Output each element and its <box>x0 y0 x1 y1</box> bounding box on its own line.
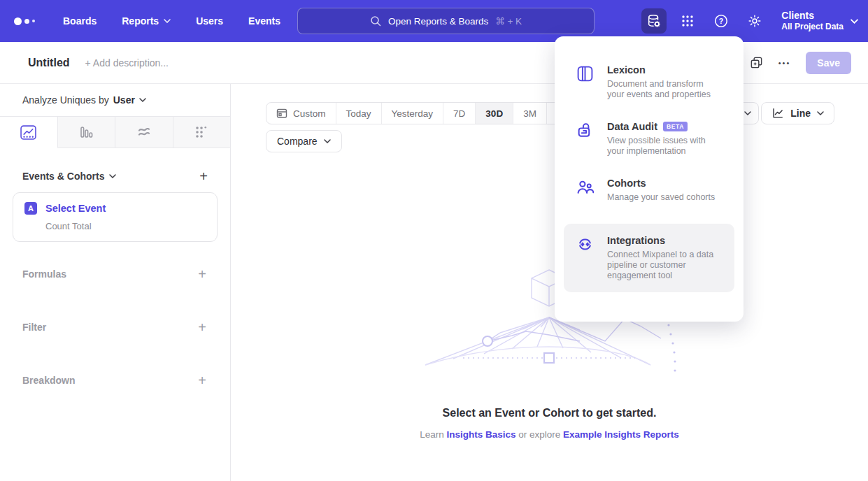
line-chart-icon <box>20 125 36 140</box>
report-actions: ••• Save <box>750 52 851 74</box>
menu-item-title: Lexicon <box>607 64 646 76</box>
learn-prefix: Learn <box>420 429 444 440</box>
formulas-section[interactable]: Formulas + <box>0 267 230 281</box>
project-switcher[interactable]: Clients All Project Data <box>781 10 858 32</box>
chevron-down-icon <box>139 98 146 102</box>
chart-style-dropdown[interactable]: Line <box>761 102 834 124</box>
audit-lock-icon <box>576 121 595 157</box>
date-range-30d[interactable]: 30D <box>475 103 513 124</box>
query-builder-sidebar: Analyze Uniques by User <box>0 84 231 481</box>
report-content: Custom Today Yesterday 7D 30D 3M 6M Comp… <box>231 84 868 481</box>
flow-chart-icon <box>137 125 151 139</box>
chevron-down-icon <box>851 19 858 24</box>
compare-dropdown[interactable]: Compare <box>266 130 342 152</box>
analyze-row: Analyze Uniques by User <box>0 84 230 116</box>
bar-chart-icon <box>79 125 93 139</box>
gear-icon <box>747 13 762 29</box>
chevron-down-icon <box>744 111 751 115</box>
add-filter-button[interactable]: + <box>198 320 206 334</box>
duplicate-icon <box>750 56 763 69</box>
nav-users[interactable]: Users <box>196 15 223 27</box>
analyze-value: User <box>113 94 135 106</box>
grid-dots-icon <box>681 14 695 28</box>
duplicate-button[interactable] <box>750 56 763 69</box>
date-range-7d[interactable]: 7D <box>443 103 475 124</box>
save-button[interactable]: Save <box>806 52 851 74</box>
search-icon <box>370 15 381 27</box>
nav-boards[interactable]: Boards <box>63 15 97 27</box>
sync-icon <box>576 235 595 281</box>
formulas-label: Formulas <box>22 268 66 280</box>
scatter-chart-icon <box>194 125 208 139</box>
data-management-button[interactable] <box>641 8 667 34</box>
breakdown-section[interactable]: Breakdown + <box>0 373 230 387</box>
events-cohorts-label[interactable]: Events & Cohorts <box>22 171 104 182</box>
menu-item-lexicon[interactable]: Lexicon Document and transform your even… <box>564 64 734 100</box>
apps-grid-button[interactable] <box>675 8 700 34</box>
report-title[interactable]: Untitled <box>28 57 70 69</box>
analyze-by-dropdown[interactable]: User <box>113 94 146 106</box>
menu-item-text: Integrations Connect Mixpanel to a data … <box>607 235 722 281</box>
primary-nav: Boards Reports Users Events <box>63 15 280 27</box>
select-event-label[interactable]: Select Event <box>45 203 106 214</box>
date-range-yesterday[interactable]: Yesterday <box>381 103 443 124</box>
more-menu-button[interactable]: ••• <box>778 59 791 67</box>
beta-badge: BETA <box>663 122 688 131</box>
example-reports-link[interactable]: Example Insights Reports <box>563 429 679 440</box>
add-event-button[interactable]: + <box>199 169 208 183</box>
nav-reports[interactable]: Reports <box>122 15 171 27</box>
top-nav: Boards Reports Users Events Open Reports… <box>0 0 868 42</box>
insights-basics-link[interactable]: Insights Basics <box>446 429 515 440</box>
tab-metric-chart[interactable] <box>173 117 231 148</box>
event-aggregation[interactable]: Count Total <box>45 221 206 231</box>
users-icon <box>576 178 595 203</box>
settings-button[interactable] <box>742 8 767 34</box>
tab-bar-chart[interactable] <box>58 117 116 148</box>
date-range-custom[interactable]: Custom <box>266 103 336 124</box>
question-circle-icon: ? <box>713 13 729 29</box>
breakdown-label: Breakdown <box>22 375 75 386</box>
add-formula-button[interactable]: + <box>198 267 206 281</box>
date-range-today[interactable]: Today <box>336 103 381 124</box>
add-description[interactable]: + Add description... <box>85 57 169 69</box>
date-range-3m[interactable]: 3M <box>513 103 546 124</box>
date-range-control: Custom Today Yesterday 7D 30D 3M 6M <box>266 102 581 124</box>
project-scope: All Project Data <box>781 22 844 32</box>
menu-item-description: Document and transform your events and p… <box>607 79 722 100</box>
filter-label: Filter <box>22 322 46 333</box>
global-search-input[interactable]: Open Reports & Boards ⌘ + K <box>297 8 595 34</box>
event-series-badge: A <box>24 202 37 215</box>
help-button[interactable]: ? <box>709 8 734 34</box>
mixpanel-logo-icon[interactable] <box>14 17 35 25</box>
date-range-custom-label: Custom <box>293 108 326 119</box>
menu-item-cohorts[interactable]: Cohorts Manage your saved cohorts <box>564 178 734 203</box>
event-card[interactable]: A Select Event Count Total <box>13 192 218 242</box>
nav-right-cluster: ? Clients All Project Data <box>641 0 858 42</box>
calendar-icon <box>276 108 287 119</box>
empty-state-title: Select an Event or Cohort to get started… <box>231 407 868 419</box>
menu-item-description: Connect Mixpanel to a data pipeline or c… <box>607 250 722 281</box>
project-info: Clients All Project Data <box>781 10 844 32</box>
nav-events[interactable]: Events <box>248 15 280 27</box>
add-breakdown-button[interactable]: + <box>198 373 206 387</box>
events-cohorts-header: Events & Cohorts + <box>0 169 230 183</box>
menu-item-integrations[interactable]: Integrations Connect Mixpanel to a data … <box>564 224 734 292</box>
menu-item-data-audit[interactable]: Data Audit BETA View possible issues wit… <box>564 121 734 157</box>
search-placeholder: Open Reports & Boards <box>388 16 488 27</box>
filter-section[interactable]: Filter + <box>0 320 230 334</box>
tab-flow-chart[interactable] <box>115 117 173 148</box>
links-middle-text: or explore <box>518 429 560 440</box>
data-management-menu: Lexicon Document and transform your even… <box>555 36 744 322</box>
chart-style-label: Line <box>790 108 811 119</box>
analyze-label: Analyze Uniques by <box>22 94 109 106</box>
menu-item-text: Data Audit BETA View possible issues wit… <box>607 121 722 157</box>
chevron-down-icon <box>324 139 331 143</box>
menu-item-title: Cohorts <box>607 178 646 189</box>
tab-line-chart[interactable] <box>0 117 58 148</box>
chevron-down-icon[interactable] <box>109 174 116 178</box>
chevron-down-icon <box>817 111 824 115</box>
line-chart-icon <box>771 107 784 120</box>
database-gear-icon <box>646 13 662 29</box>
menu-item-title: Integrations <box>607 235 665 246</box>
chevron-down-icon <box>164 19 171 23</box>
